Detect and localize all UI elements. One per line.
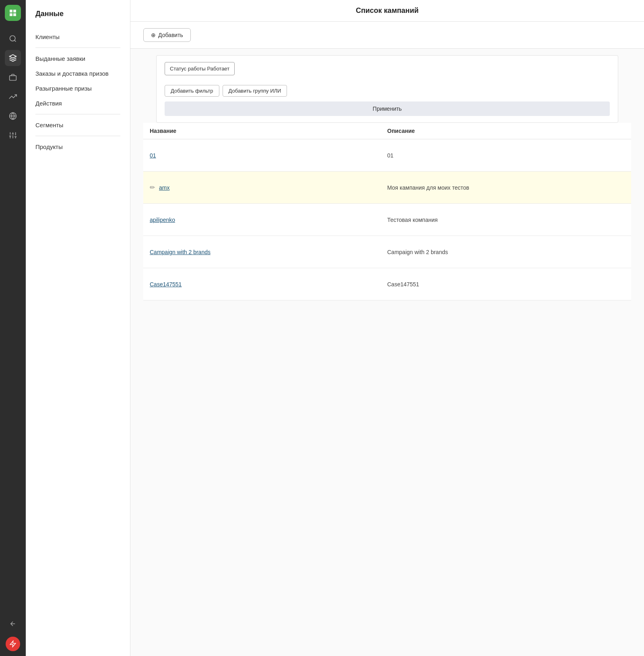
campaign-link-case[interactable]: Case147551	[150, 281, 182, 288]
filter-status-label: Статус работы Работает	[170, 66, 229, 72]
table-cell-name-amx: ✏ amx	[150, 177, 387, 198]
campaign-link-amx[interactable]: amx	[159, 184, 169, 191]
table-header: Название Описание	[143, 123, 631, 139]
table-row: 01 01	[143, 139, 631, 172]
table-cell-name-case: Case147551	[150, 275, 387, 294]
svg-marker-16	[10, 641, 16, 647]
filter-panel: Статус работы Работает Добавить фильтр Д…	[156, 55, 618, 123]
user-avatar[interactable]	[6, 637, 20, 651]
toolbar: ⊕ Добавить	[130, 22, 644, 49]
sidebar-item-orders[interactable]: Заказы и доставка призов	[26, 66, 130, 81]
briefcase-icon-btn[interactable]	[5, 69, 21, 85]
main-content: Список кампаний ⊕ Добавить Статус работы…	[130, 0, 644, 656]
campaign-link-apilipenko[interactable]: apilipenko	[150, 217, 175, 223]
sidebar-title: Данные	[26, 10, 130, 26]
search-icon-btn[interactable]	[5, 31, 21, 47]
table-cell-desc-c2b: Campaign with 2 brands	[387, 242, 625, 262]
col-header-desc: Описание	[387, 128, 625, 134]
campaign-link-01[interactable]: 01	[150, 152, 156, 159]
sidebar-divider-3	[35, 136, 120, 136]
sidebar-item-products[interactable]: Продукты	[26, 139, 130, 154]
globe-icon-btn[interactable]	[5, 108, 21, 124]
table-row: ✏ amx Моя кампания для моих тестов	[143, 172, 631, 204]
sidebar-item-issued[interactable]: Выданные заявки	[26, 51, 130, 66]
add-filter-button[interactable]: Добавить фильтр	[165, 85, 219, 97]
table-cell-desc-amx: Моя кампания для моих тестов	[387, 178, 625, 197]
page-title: Список кампаний	[130, 0, 644, 22]
sidebar-divider-2	[35, 114, 120, 114]
layers-icon-btn[interactable]	[5, 50, 21, 66]
svg-line-1	[14, 40, 16, 42]
table-row: apilipenko Тестовая компания	[143, 204, 631, 236]
table-cell-name: 01	[150, 146, 387, 165]
table-row: Campaign with 2 brands Campaign with 2 b…	[143, 236, 631, 268]
apply-button[interactable]: Применить	[165, 101, 610, 116]
campaign-link-2brands[interactable]: Campaign with 2 brands	[150, 249, 211, 255]
campaigns-table: Название Описание 01 01 ✏ amx Моя кампан…	[130, 123, 644, 300]
edit-icon[interactable]: ✏	[150, 184, 155, 191]
filter-status-container: Статус работы Работает	[165, 62, 610, 80]
table-cell-name-api: apilipenko	[150, 210, 387, 230]
sliders-icon-btn[interactable]	[5, 127, 21, 143]
plus-icon: ⊕	[151, 32, 156, 38]
sidebar: Данные Клиенты Выданные заявки Заказы и …	[26, 0, 130, 656]
filter-status-badge: Статус работы Работает	[165, 62, 235, 75]
filter-area: Статус работы Работает Добавить фильтр Д…	[130, 49, 644, 123]
table-cell-desc-01: 01	[387, 146, 625, 165]
filter-buttons-row: Добавить фильтр Добавить группу ИЛИ	[165, 85, 610, 97]
add-button[interactable]: ⊕ Добавить	[143, 28, 191, 42]
table-row: Case147551 Case147551	[143, 268, 631, 300]
icon-bar	[0, 0, 26, 656]
sidebar-item-prizes[interactable]: Разыгранные призы	[26, 81, 130, 96]
svg-rect-3	[10, 76, 17, 81]
table-cell-name-c2b: Campaign with 2 brands	[150, 242, 387, 262]
sidebar-item-segments[interactable]: Сегменты	[26, 118, 130, 132]
svg-marker-2	[10, 55, 17, 58]
sidebar-item-clients[interactable]: Клиенты	[26, 29, 130, 44]
table-cell-desc-api: Тестовая компания	[387, 210, 625, 230]
add-button-label: Добавить	[158, 32, 183, 38]
svg-point-0	[10, 36, 15, 41]
sidebar-item-actions[interactable]: Действия	[26, 96, 130, 111]
sidebar-divider-1	[35, 48, 120, 48]
chart-icon-btn[interactable]	[5, 89, 21, 105]
app-logo[interactable]	[5, 5, 21, 21]
add-group-button[interactable]: Добавить группу ИЛИ	[223, 85, 287, 97]
col-header-name: Название	[150, 128, 387, 134]
table-cell-desc-case: Case147551	[387, 275, 625, 294]
collapse-icon-btn[interactable]	[5, 616, 21, 632]
